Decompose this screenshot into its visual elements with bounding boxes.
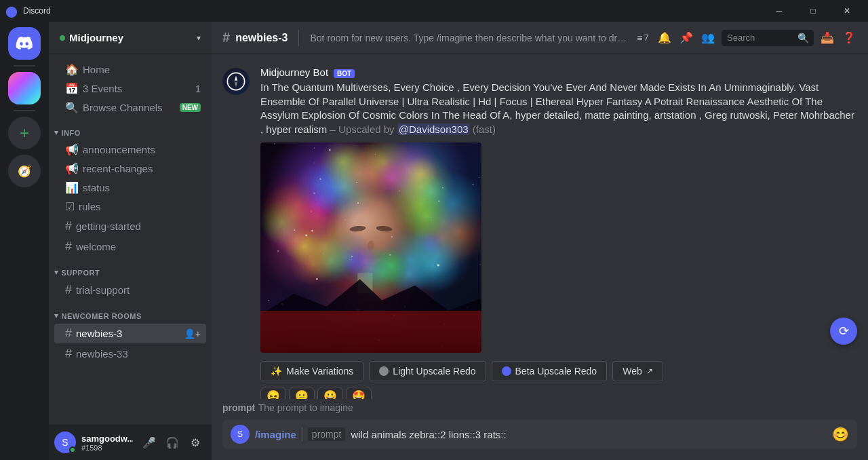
emoji-picker-button[interactable]: 😊 bbox=[832, 426, 849, 442]
category-info-label: INFO bbox=[62, 129, 81, 137]
messages-area[interactable]: Midjourney Bot BOT In The Quantum Multiv… bbox=[212, 54, 868, 399]
server-icon-midjourney[interactable] bbox=[8, 72, 41, 104]
category-support-arrow: ▾ bbox=[54, 268, 59, 277]
category-support-label: SUPPORT bbox=[62, 269, 100, 277]
channel-newbies-3-label: newbies-3 bbox=[76, 328, 180, 339]
browse-icon: 🔍 bbox=[65, 101, 79, 114]
server-header-chevron: ▾ bbox=[197, 33, 201, 43]
notification-button[interactable]: 🔔 bbox=[656, 30, 673, 46]
channel-recent-changes-label: recent-changes bbox=[83, 163, 201, 174]
channel-recent-changes[interactable]: 📢 recent-changes bbox=[54, 159, 206, 178]
beta-upscale-redo-button[interactable]: Beta Upscale Redo bbox=[492, 361, 608, 381]
titlebar: ⬤ Discord ─ □ ✕ bbox=[0, 0, 868, 22]
light-upscale-label: Light Upscale Redo bbox=[393, 366, 475, 377]
prompt-chip: prompt bbox=[308, 427, 346, 441]
members-button[interactable]: 👥 bbox=[700, 30, 716, 46]
search-input[interactable] bbox=[727, 33, 795, 43]
events-icon: 📅 bbox=[65, 82, 79, 95]
search-icon: 🔍 bbox=[797, 33, 809, 43]
add-member-icon: 👤+ bbox=[184, 328, 201, 339]
mention-user[interactable]: @Davidson303 bbox=[397, 123, 470, 135]
category-info[interactable]: ▾ INFO bbox=[49, 117, 212, 140]
category-newcomer-label: NEWCOMER ROOMS bbox=[62, 312, 142, 320]
message-input-wrapper[interactable]: S /imagine prompt 😊 bbox=[222, 419, 857, 449]
channel-newbies-33[interactable]: # newbies-33 bbox=[54, 344, 206, 364]
reaction-tired[interactable]: 😖 bbox=[260, 387, 286, 400]
input-user-avatar: S bbox=[231, 425, 250, 444]
maximize-button[interactable]: □ bbox=[797, 0, 829, 22]
pin-button[interactable]: 📌 bbox=[678, 30, 694, 46]
channel-header-desc: Bot room for new users. Type /imagine th… bbox=[310, 33, 629, 43]
slash-command: /imagine prompt bbox=[255, 427, 345, 441]
hash-icon-1: # bbox=[65, 219, 72, 233]
make-variations-button[interactable]: ✨ Make Variations bbox=[260, 361, 363, 381]
add-server-button[interactable]: + bbox=[8, 117, 41, 149]
bot-avatar bbox=[222, 68, 250, 95]
channel-rules-label: rules bbox=[79, 201, 201, 212]
help-button[interactable]: ❓ bbox=[841, 30, 857, 46]
hash-icon-4: # bbox=[65, 326, 72, 341]
microphone-button[interactable]: 🎤 bbox=[138, 432, 160, 453]
slash-command-name: /imagine bbox=[255, 429, 296, 440]
announcement2-icon: 📢 bbox=[65, 162, 79, 175]
channel-list: 🏠 Home 📅 3 Events 1 🔍 Browse Channels NE… bbox=[49, 54, 212, 425]
discord-home-button[interactable] bbox=[8, 27, 41, 60]
message-author: Midjourney Bot bbox=[260, 66, 328, 78]
server-divider bbox=[14, 65, 35, 66]
channel-welcome[interactable]: # welcome bbox=[54, 237, 206, 256]
svg-marker-1 bbox=[235, 76, 237, 81]
beta-upscale-label: Beta Upscale Redo bbox=[515, 366, 597, 377]
user-discriminator: #1598 bbox=[81, 444, 133, 452]
command-input[interactable] bbox=[351, 429, 827, 440]
threads-button[interactable]: ≡ 7 bbox=[635, 30, 651, 46]
hash-icon-2: # bbox=[65, 239, 72, 254]
reaction-neutral-emoji: 😐 bbox=[295, 389, 309, 400]
category-support[interactable]: ▾ SUPPORT bbox=[49, 257, 212, 280]
sidebar-item-home[interactable]: 🏠 Home bbox=[54, 60, 206, 79]
light-upscale-redo-button[interactable]: Light Upscale Redo bbox=[369, 361, 486, 381]
channel-trial-support[interactable]: # trial-support bbox=[54, 280, 206, 300]
web-label: Web bbox=[623, 366, 642, 377]
close-button[interactable]: ✕ bbox=[831, 0, 863, 22]
speed-label: (fast) bbox=[473, 123, 496, 135]
browse-badge-new: NEW bbox=[180, 103, 201, 112]
beta-upscale-icon bbox=[502, 366, 511, 376]
message-header: Midjourney Bot BOT bbox=[260, 66, 857, 78]
channel-newbies-3[interactable]: # newbies-3 👤+ bbox=[54, 324, 206, 343]
channel-rules[interactable]: ☑ rules bbox=[54, 197, 206, 216]
titlebar-title: Discord bbox=[23, 6, 51, 16]
home-icon: 🏠 bbox=[65, 63, 79, 76]
headphone-button[interactable]: 🎧 bbox=[161, 432, 183, 453]
server-header[interactable]: Midjourney ▾ bbox=[49, 22, 212, 54]
server-list: + 🧭 bbox=[0, 22, 49, 460]
header-icons: ≡ 7 🔔 📌 👥 🔍 📥 ❓ bbox=[635, 30, 857, 46]
category-newcomer[interactable]: ▾ NEWCOMER ROOMS bbox=[49, 301, 212, 323]
reaction-happy[interactable]: 😀 bbox=[317, 387, 343, 400]
sidebar-item-browse[interactable]: 🔍 Browse Channels NEW bbox=[54, 98, 206, 117]
web-button[interactable]: Web ↗ bbox=[612, 361, 663, 381]
sidebar-item-events[interactable]: 📅 3 Events 1 bbox=[54, 79, 206, 98]
explore-servers-button[interactable]: 🧭 bbox=[8, 155, 41, 187]
reaction-love[interactable]: 🤩 bbox=[346, 387, 372, 400]
reactions: 😖 😐 😀 🤩 bbox=[260, 387, 857, 400]
events-label: 3 Events bbox=[83, 83, 191, 94]
make-variations-label: Make Variations bbox=[286, 366, 353, 377]
user-panel: S samgoodw... #1598 🎤 🎧 ⚙ bbox=[49, 425, 212, 460]
search-bar[interactable]: 🔍 bbox=[722, 30, 814, 46]
channel-getting-started[interactable]: # getting-started bbox=[54, 216, 206, 236]
titlebar-controls: ─ □ ✕ bbox=[764, 0, 863, 22]
user-name: samgoodw... bbox=[81, 434, 133, 444]
channel-status[interactable]: 📊 status bbox=[54, 178, 206, 197]
minimize-button[interactable]: ─ bbox=[764, 0, 795, 22]
app-body: + 🧭 Midjourney ▾ 🏠 Home 📅 3 Events 1 bbox=[0, 22, 868, 460]
scroll-down-icon: ⟳ bbox=[839, 324, 849, 339]
channel-announcements[interactable]: 📢 announcements bbox=[54, 140, 206, 159]
inbox-button[interactable]: 📥 bbox=[819, 30, 835, 46]
settings-button[interactable]: ⚙ bbox=[184, 432, 206, 453]
titlebar-left: ⬤ Discord bbox=[5, 5, 51, 18]
server-divider-2 bbox=[14, 110, 35, 111]
reaction-neutral[interactable]: 😐 bbox=[289, 387, 315, 400]
light-upscale-icon bbox=[379, 366, 389, 376]
thread-count: 7 bbox=[644, 33, 648, 43]
scroll-to-bottom-button[interactable]: ⟳ bbox=[830, 318, 857, 345]
